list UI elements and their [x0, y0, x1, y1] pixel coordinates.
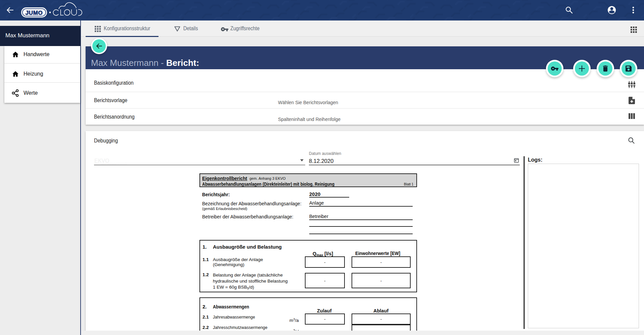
svg-text:JUMO: JUMO: [26, 10, 43, 16]
